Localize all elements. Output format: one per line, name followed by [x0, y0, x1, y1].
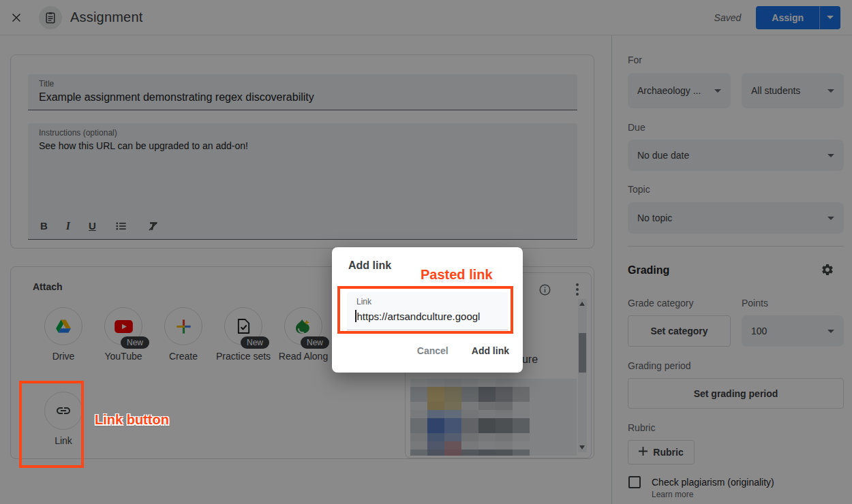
cancel-button[interactable]: Cancel	[417, 345, 448, 356]
add-link-button[interactable]: Add link	[472, 345, 509, 356]
assignment-editor-window: Assignment Saved Assign Title Example as…	[0, 0, 852, 504]
dialog-actions: Cancel Add link	[417, 345, 509, 356]
dialog-title: Add link	[348, 259, 391, 272]
annotation-text-pasted-link: Pasted link	[421, 267, 493, 283]
annotation-box-pasted-link	[337, 286, 513, 334]
annotation-text-link-button: Link button	[95, 412, 169, 428]
annotation-box-link-button	[19, 381, 84, 468]
